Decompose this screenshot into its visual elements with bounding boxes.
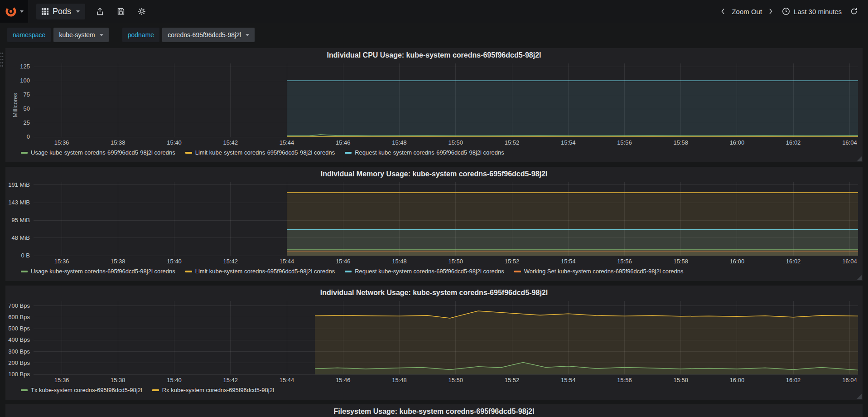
dashboard-picker-button[interactable]: Pods <box>36 4 85 19</box>
chart-svg: 100 Bps200 Bps300 Bps400 Bps500 Bps600 B… <box>5 297 863 386</box>
cpu-usage-chart[interactable]: 025507510012515:3615:3815:4015:4215:4415… <box>5 60 863 149</box>
x-tick-label: 16:04 <box>842 377 857 383</box>
network-usage-chart[interactable]: 100 Bps200 Bps300 Bps400 Bps500 Bps600 B… <box>5 297 863 386</box>
legend-item[interactable]: Limit kube-system coredns-695f96dcd5-98j… <box>185 149 335 156</box>
chevron-right-icon <box>767 8 774 15</box>
series-color-dash-icon <box>21 271 28 272</box>
top-navbar: Pods <box>0 0 868 23</box>
time-shift-forward-button[interactable] <box>766 6 776 17</box>
y-tick-label: 100 <box>20 77 30 84</box>
x-tick-label: 15:52 <box>505 139 520 146</box>
x-tick-label: 15:50 <box>448 139 463 146</box>
settings-button[interactable] <box>136 5 148 17</box>
x-tick-label: 15:42 <box>223 377 238 383</box>
panel-title[interactable]: Individual Network Usage: kube-system co… <box>5 286 863 297</box>
legend-item[interactable]: Usage kube-system coredns-695f96dcd5-98j… <box>21 268 175 275</box>
legend-item[interactable]: Limit kube-system coredns-695f96dcd5-98j… <box>185 268 335 275</box>
x-tick-label: 15:44 <box>280 377 294 383</box>
series-color-dash-icon <box>21 152 28 154</box>
y-tick-label: 75 <box>24 91 30 98</box>
y-tick-label: 95 MiB <box>12 217 30 223</box>
x-tick-label: 15:38 <box>111 377 125 383</box>
x-tick-label: 15:44 <box>280 139 294 146</box>
refresh-button[interactable] <box>848 5 860 17</box>
x-tick-label: 16:00 <box>730 258 745 265</box>
x-tick-label: 16:02 <box>786 258 801 265</box>
series-color-dash-icon <box>185 152 192 154</box>
panel-cpu-usage: Individual CPU Usage: kube-system coredn… <box>5 48 863 162</box>
legend-item[interactable]: Usage kube-system coredns-695f96dcd5-98j… <box>21 149 175 156</box>
time-range-picker[interactable]: Last 30 minutes <box>782 7 842 15</box>
settings-gear-icon <box>138 7 146 15</box>
series-fill <box>315 311 858 374</box>
x-tick-label: 15:54 <box>561 377 576 383</box>
dashboards-grid-icon <box>42 8 48 15</box>
legend-item[interactable]: Request kube-system coredns-695f96dcd5-9… <box>345 268 504 275</box>
series-color-dash-icon <box>185 271 192 272</box>
chevron-down-icon <box>246 34 249 36</box>
x-tick-label: 15:40 <box>167 139 182 146</box>
x-tick-label: 15:58 <box>673 377 688 383</box>
time-shift-back-button[interactable] <box>718 6 728 17</box>
time-controls: Zoom Out Last 30 minutes <box>718 5 868 17</box>
series-color-dash-icon <box>345 152 352 154</box>
variable-value-namespace: kube-system <box>59 31 95 39</box>
chart-legend: Usage kube-system coredns-695f96dcd5-98j… <box>5 149 863 156</box>
y-tick-label: 300 Bps <box>8 348 30 355</box>
x-tick-label: 16:02 <box>786 377 801 383</box>
y-tick-label: 400 Bps <box>8 336 30 343</box>
variable-select-namespace[interactable]: kube-system <box>53 28 108 42</box>
series-color-dash-icon <box>21 389 28 391</box>
x-tick-label: 16:00 <box>730 139 745 146</box>
y-tick-label: 0 B <box>21 252 30 259</box>
zoom-out-button[interactable]: Zoom Out <box>732 8 762 15</box>
chart-legend: Usage kube-system coredns-695f96dcd5-98j… <box>5 267 863 275</box>
grafana-logo-button[interactable] <box>0 0 28 23</box>
x-tick-label: 15:40 <box>167 258 182 265</box>
x-tick-label: 15:58 <box>673 258 688 265</box>
x-tick-label: 15:52 <box>505 258 520 265</box>
legend-item[interactable]: Request kube-system coredns-695f96dcd5-9… <box>345 149 504 156</box>
y-tick-label: 100 Bps <box>8 371 30 378</box>
y-tick-label: 125 <box>20 63 30 70</box>
panel-resize-handle[interactable] <box>857 156 862 161</box>
series-fill <box>287 251 858 256</box>
x-tick-label: 15:52 <box>505 377 520 383</box>
save-button[interactable] <box>115 5 127 17</box>
dashboard-panels: Individual CPU Usage: kube-system coredn… <box>0 47 868 417</box>
panel-title[interactable]: Individual CPU Usage: kube-system coredn… <box>5 48 863 60</box>
template-variables-row: namespace kube-system podname coredns-69… <box>0 23 868 47</box>
refresh-icon <box>850 7 858 15</box>
panel-title[interactable]: Filesystem Usage: kube-system coredns-69… <box>5 404 863 416</box>
x-tick-label: 15:56 <box>617 377 632 383</box>
y-tick-label: 0 <box>27 133 30 140</box>
y-tick-label: 700 Bps <box>8 302 30 309</box>
panel-resize-handle[interactable] <box>857 394 862 399</box>
y-tick-label: 25 <box>24 119 30 126</box>
series-color-dash-icon <box>514 271 521 272</box>
x-tick-label: 15:56 <box>617 258 632 265</box>
legend-item[interactable]: Tx kube-system coredns-695f96dcd5-98j2l <box>21 387 142 393</box>
variable-label-podname: podname <box>122 28 159 42</box>
share-button[interactable] <box>94 5 106 17</box>
legend-item[interactable]: Rx kube-system coredns-695f96dcd5-98j2l <box>152 387 274 393</box>
legend-item[interactable]: Working Set kube-system coredns-695f96dc… <box>514 268 684 275</box>
x-tick-label: 15:40 <box>167 377 182 383</box>
memory-usage-chart[interactable]: 0 B48 MiB95 MiB143 MiB191 MiB15:3615:381… <box>5 179 863 267</box>
panel-title[interactable]: Individual Memory Usage: kube-system cor… <box>5 167 863 179</box>
chart-legend: Tx kube-system coredns-695f96dcd5-98j2lR… <box>5 386 863 393</box>
row-drag-handle[interactable] <box>0 52 4 67</box>
series-fill <box>287 81 858 137</box>
chart-svg: 025507510012515:3615:3815:4015:4215:4415… <box>5 60 863 149</box>
panel-filesystem-usage: Filesystem Usage: kube-system coredns-69… <box>5 404 863 417</box>
variable-select-podname[interactable]: coredns-695f96dcd5-98j2l <box>162 28 255 42</box>
x-tick-label: 15:48 <box>392 258 407 265</box>
y-tick-label: 200 Bps <box>8 359 30 366</box>
variable-label-namespace: namespace <box>7 28 51 42</box>
legend-label: Usage kube-system coredns-695f96dcd5-98j… <box>31 268 175 275</box>
x-tick-label: 15:54 <box>561 139 576 146</box>
x-tick-label: 15:50 <box>448 377 463 383</box>
grafana-logo-icon <box>5 5 17 17</box>
x-tick-label: 15:38 <box>111 139 125 146</box>
panel-resize-handle[interactable] <box>857 275 862 280</box>
